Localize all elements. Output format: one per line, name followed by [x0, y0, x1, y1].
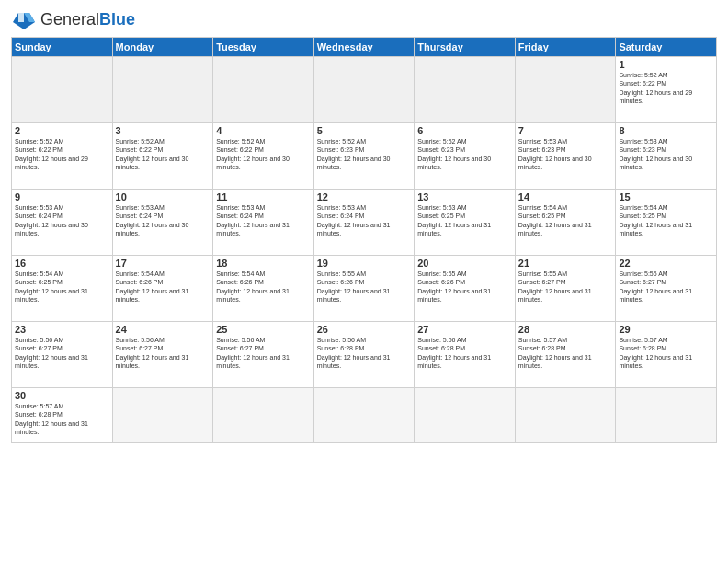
calendar-cell [213, 57, 314, 123]
day-number: 2 [15, 125, 109, 136]
logo-icon [11, 9, 37, 31]
calendar-cell: 26Sunrise: 5:56 AMSunset: 6:28 PMDayligh… [313, 322, 415, 388]
day-number: 27 [417, 324, 512, 335]
calendar-cell [515, 388, 616, 443]
day-info: Sunrise: 5:55 AMSunset: 6:27 PMDaylight:… [619, 270, 713, 304]
calendar-cell: 2Sunrise: 5:52 AMSunset: 6:22 PMDaylight… [12, 123, 113, 190]
calendar-cell: 23Sunrise: 5:56 AMSunset: 6:27 PMDayligh… [12, 322, 113, 388]
calendar-cell [112, 57, 213, 123]
day-number: 23 [15, 324, 109, 335]
day-info: Sunrise: 5:54 AMSunset: 6:26 PMDaylight:… [216, 270, 311, 304]
calendar-cell: 16Sunrise: 5:54 AMSunset: 6:25 PMDayligh… [12, 256, 113, 322]
calendar-cell [415, 388, 516, 443]
calendar-cell: 4Sunrise: 5:52 AMSunset: 6:22 PMDaylight… [213, 123, 314, 190]
header-sunday: Sunday [12, 38, 113, 57]
calendar-cell: 25Sunrise: 5:56 AMSunset: 6:27 PMDayligh… [213, 322, 314, 388]
weekday-header-row: Sunday Monday Tuesday Wednesday Thursday… [12, 38, 717, 57]
page: GeneralBlue Sunday Monday Tuesday Wednes… [0, 0, 728, 563]
day-number: 6 [417, 125, 512, 136]
day-info: Sunrise: 5:56 AMSunset: 6:27 PMDaylight:… [15, 336, 109, 371]
calendar-cell: 27Sunrise: 5:56 AMSunset: 6:28 PMDayligh… [415, 322, 516, 388]
logo: GeneralBlue [11, 9, 135, 31]
calendar-cell [313, 388, 415, 443]
day-info: Sunrise: 5:52 AMSunset: 6:22 PMDaylight:… [619, 71, 713, 106]
calendar-cell: 18Sunrise: 5:54 AMSunset: 6:26 PMDayligh… [213, 256, 314, 322]
calendar-cell: 9Sunrise: 5:53 AMSunset: 6:24 PMDaylight… [12, 190, 113, 256]
calendar-cell: 6Sunrise: 5:52 AMSunset: 6:23 PMDaylight… [415, 123, 516, 190]
calendar-cell: 29Sunrise: 5:57 AMSunset: 6:28 PMDayligh… [616, 322, 717, 388]
calendar-cell: 21Sunrise: 5:55 AMSunset: 6:27 PMDayligh… [515, 256, 616, 322]
calendar-cell: 8Sunrise: 5:53 AMSunset: 6:23 PMDaylight… [616, 123, 717, 190]
day-info: Sunrise: 5:53 AMSunset: 6:23 PMDaylight:… [518, 137, 613, 172]
day-info: Sunrise: 5:56 AMSunset: 6:27 PMDaylight:… [116, 336, 210, 371]
day-number: 15 [619, 191, 713, 202]
calendar-cell: 14Sunrise: 5:54 AMSunset: 6:25 PMDayligh… [515, 190, 616, 256]
day-number: 1 [619, 59, 713, 70]
calendar-cell: 17Sunrise: 5:54 AMSunset: 6:26 PMDayligh… [112, 256, 213, 322]
day-info: Sunrise: 5:53 AMSunset: 6:24 PMDaylight:… [116, 203, 210, 238]
calendar-cell: 22Sunrise: 5:55 AMSunset: 6:27 PMDayligh… [616, 256, 717, 322]
day-number: 17 [116, 258, 210, 269]
day-info: Sunrise: 5:54 AMSunset: 6:25 PMDaylight:… [518, 203, 613, 238]
day-number: 8 [619, 125, 713, 136]
day-info: Sunrise: 5:54 AMSunset: 6:26 PMDaylight:… [116, 270, 210, 304]
day-info: Sunrise: 5:53 AMSunset: 6:24 PMDaylight:… [317, 203, 412, 238]
header-monday: Monday [112, 38, 213, 57]
day-number: 25 [216, 324, 311, 335]
calendar-cell: 3Sunrise: 5:52 AMSunset: 6:22 PMDaylight… [112, 123, 213, 190]
day-info: Sunrise: 5:53 AMSunset: 6:24 PMDaylight:… [216, 203, 311, 238]
day-number: 29 [619, 324, 713, 335]
day-info: Sunrise: 5:52 AMSunset: 6:22 PMDaylight:… [216, 137, 311, 172]
calendar-cell: 10Sunrise: 5:53 AMSunset: 6:24 PMDayligh… [112, 190, 213, 256]
day-info: Sunrise: 5:56 AMSunset: 6:27 PMDaylight:… [216, 336, 311, 371]
day-number: 19 [317, 258, 412, 269]
day-number: 22 [619, 258, 713, 269]
day-info: Sunrise: 5:55 AMSunset: 6:26 PMDaylight:… [417, 270, 512, 304]
calendar-cell: 7Sunrise: 5:53 AMSunset: 6:23 PMDaylight… [515, 123, 616, 190]
day-number: 20 [417, 258, 512, 269]
calendar-cell: 24Sunrise: 5:56 AMSunset: 6:27 PMDayligh… [112, 322, 213, 388]
calendar-cell: 28Sunrise: 5:57 AMSunset: 6:28 PMDayligh… [515, 322, 616, 388]
day-info: Sunrise: 5:54 AMSunset: 6:25 PMDaylight:… [15, 270, 109, 304]
header: GeneralBlue [11, 9, 717, 31]
day-number: 7 [518, 125, 613, 136]
calendar-cell [415, 57, 516, 123]
calendar-cell [313, 57, 415, 123]
day-number: 30 [15, 390, 109, 401]
calendar-cell: 12Sunrise: 5:53 AMSunset: 6:24 PMDayligh… [313, 190, 415, 256]
header-friday: Friday [515, 38, 616, 57]
calendar-cell: 15Sunrise: 5:54 AMSunset: 6:25 PMDayligh… [616, 190, 717, 256]
day-number: 4 [216, 125, 311, 136]
header-saturday: Saturday [616, 38, 717, 57]
calendar-cell [12, 57, 113, 123]
calendar-cell: 13Sunrise: 5:53 AMSunset: 6:25 PMDayligh… [415, 190, 516, 256]
calendar-cell [515, 57, 616, 123]
day-number: 14 [518, 191, 613, 202]
day-info: Sunrise: 5:52 AMSunset: 6:23 PMDaylight:… [317, 137, 412, 172]
day-info: Sunrise: 5:52 AMSunset: 6:22 PMDaylight:… [15, 137, 109, 172]
day-number: 13 [417, 191, 512, 202]
day-info: Sunrise: 5:56 AMSunset: 6:28 PMDaylight:… [317, 336, 412, 371]
day-info: Sunrise: 5:53 AMSunset: 6:23 PMDaylight:… [619, 137, 713, 172]
day-info: Sunrise: 5:57 AMSunset: 6:28 PMDaylight:… [619, 336, 713, 371]
calendar-cell: 19Sunrise: 5:55 AMSunset: 6:26 PMDayligh… [313, 256, 415, 322]
logo-text: GeneralBlue [40, 11, 135, 29]
header-thursday: Thursday [415, 38, 516, 57]
calendar-cell: 1Sunrise: 5:52 AMSunset: 6:22 PMDaylight… [616, 57, 717, 123]
calendar-cell [213, 388, 314, 443]
day-info: Sunrise: 5:52 AMSunset: 6:23 PMDaylight:… [417, 137, 512, 172]
day-number: 12 [317, 191, 412, 202]
day-info: Sunrise: 5:54 AMSunset: 6:25 PMDaylight:… [619, 203, 713, 238]
day-number: 3 [116, 125, 210, 136]
svg-marker-2 [18, 13, 24, 22]
day-number: 9 [15, 191, 109, 202]
day-number: 16 [15, 258, 109, 269]
calendar-cell [112, 388, 213, 443]
header-wednesday: Wednesday [313, 38, 415, 57]
day-number: 11 [216, 191, 311, 202]
day-info: Sunrise: 5:53 AMSunset: 6:25 PMDaylight:… [417, 203, 512, 238]
day-number: 18 [216, 258, 311, 269]
day-number: 28 [518, 324, 613, 335]
header-tuesday: Tuesday [213, 38, 314, 57]
calendar-cell [616, 388, 717, 443]
